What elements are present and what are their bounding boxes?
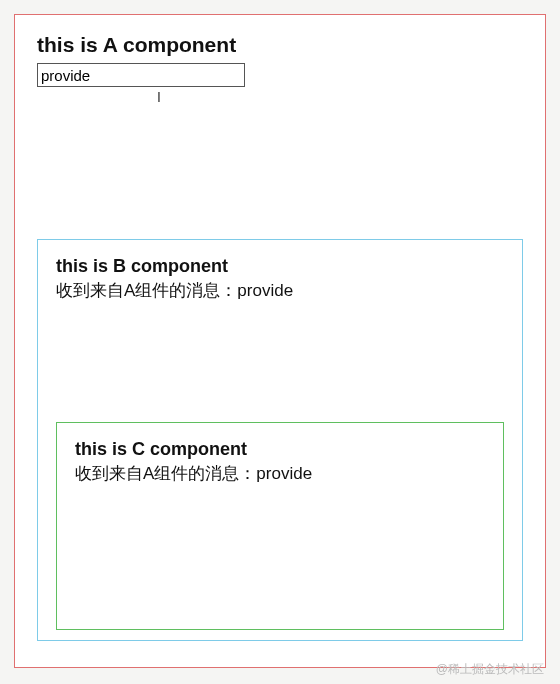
component-c-message: 收到来自A组件的消息：provide: [75, 462, 485, 485]
component-b-title: this is B component: [56, 256, 504, 277]
component-b-message: 收到来自A组件的消息：provide: [56, 279, 504, 302]
component-a-title: this is A component: [37, 33, 523, 57]
component-b-message-value: provide: [237, 281, 293, 300]
component-c-message-prefix: 收到来自A组件的消息：: [75, 464, 256, 483]
component-b-message-prefix: 收到来自A组件的消息：: [56, 281, 237, 300]
component-c: this is C component 收到来自A组件的消息：provide: [56, 422, 504, 630]
text-cursor-icon: I: [157, 89, 161, 105]
input-wrapper: I: [37, 63, 245, 87]
component-a: this is A component I this is B componen…: [14, 14, 546, 668]
component-b: this is B component 收到来自A组件的消息：provide t…: [37, 239, 523, 641]
watermark-text: @稀土掘金技术社区: [436, 661, 544, 678]
component-c-title: this is C component: [75, 439, 485, 460]
message-input[interactable]: [37, 63, 245, 87]
component-c-message-value: provide: [256, 464, 312, 483]
